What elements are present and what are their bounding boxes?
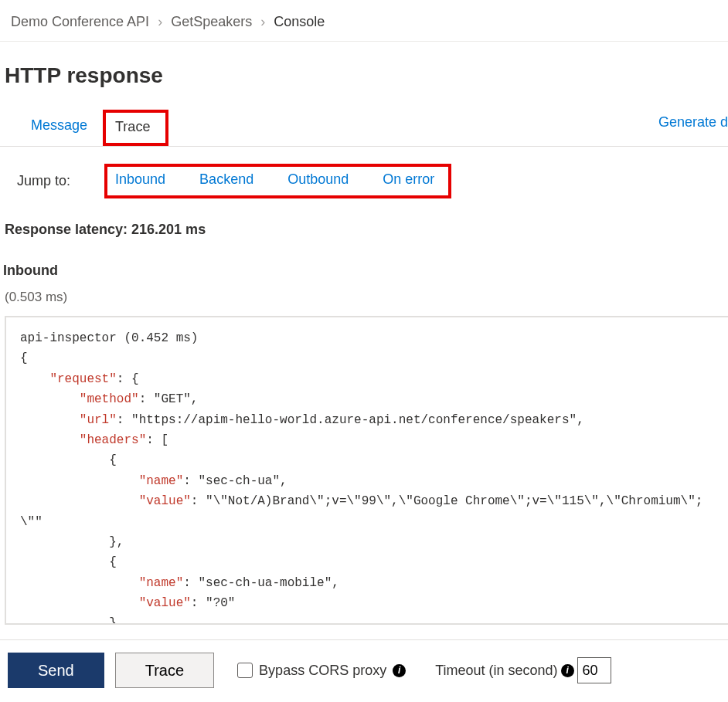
trace-button[interactable]: Trace	[115, 653, 214, 688]
timeout-option: Timeout (in second) i	[435, 657, 611, 683]
chevron-right-icon: ›	[260, 14, 265, 29]
code-header: api-inspector (0.452 ms)	[20, 331, 198, 345]
code-key: "value"	[139, 596, 191, 610]
code-val: : "\"Not/A)Brand\";v=\"99\",\"Google Chr…	[191, 494, 703, 508]
code-key: "request"	[49, 372, 116, 386]
page-title: HTTP response	[0, 42, 728, 96]
jumpto-onerror[interactable]: On error	[383, 171, 434, 188]
bypass-cors-checkbox[interactable]	[237, 663, 253, 678]
code-line: },	[20, 616, 124, 625]
jumpto-row: Jump to: Inbound Backend Outbound On err…	[0, 147, 728, 198]
section-inbound-title: Inbound	[0, 244, 728, 283]
send-button[interactable]: Send	[8, 653, 104, 688]
code-line: \""	[20, 515, 43, 529]
code-line: {	[20, 555, 117, 569]
code-line: },	[20, 535, 124, 549]
code-val: : "sec-ch-ua-mobile",	[183, 576, 339, 590]
generate-definition-link[interactable]: Generate d	[658, 114, 728, 141]
breadcrumb-item-console[interactable]: Console	[274, 14, 325, 29]
code-key: "url"	[80, 413, 117, 427]
section-inbound-time: (0.503 ms)	[0, 283, 728, 313]
bypass-cors-label: Bypass CORS proxy	[259, 663, 386, 679]
timeout-input[interactable]	[577, 657, 611, 683]
code-line: {	[20, 351, 28, 365]
code-line: : [	[146, 433, 168, 447]
code-val: : "https://apim-hello-world.azure-api.ne…	[117, 413, 584, 427]
response-latency: Response latency: 216.201 ms	[0, 198, 728, 244]
tabs-row: Message Trace Generate d	[0, 110, 728, 147]
code-key: "name"	[139, 474, 184, 488]
jumpto-label: Jump to:	[17, 173, 70, 189]
info-icon[interactable]: i	[561, 664, 574, 677]
code-key: "value"	[139, 494, 191, 508]
breadcrumb: Demo Conference API › GetSpeakers › Cons…	[0, 0, 728, 42]
code-val: : "GET",	[139, 392, 199, 406]
info-icon[interactable]: i	[393, 664, 406, 677]
tab-message[interactable]: Message	[20, 110, 103, 146]
code-line: {	[20, 453, 117, 467]
code-key: "method"	[80, 392, 139, 406]
jumpto-backend[interactable]: Backend	[199, 171, 253, 188]
trace-code-block: api-inspector (0.452 ms) { "request": { …	[5, 316, 728, 625]
code-key: "name"	[139, 576, 184, 590]
jumpto-inbound[interactable]: Inbound	[115, 171, 165, 188]
breadcrumb-item-operation[interactable]: GetSpeakers	[171, 14, 252, 29]
code-val: : "sec-ch-ua",	[183, 474, 287, 488]
timeout-label: Timeout (in second)	[435, 663, 557, 679]
chevron-right-icon: ›	[158, 14, 162, 29]
tab-trace[interactable]: Trace	[103, 110, 168, 146]
code-key: "headers"	[80, 433, 146, 447]
code-line: : {	[117, 372, 139, 386]
breadcrumb-item-api[interactable]: Demo Conference API	[11, 14, 149, 29]
footer-toolbar: Send Trace Bypass CORS proxy i Timeout (…	[0, 639, 728, 702]
bypass-cors-option: Bypass CORS proxy i	[237, 663, 406, 679]
jumpto-links: Inbound Backend Outbound On error	[104, 164, 451, 198]
code-val: : "?0"	[191, 596, 236, 610]
jumpto-outbound[interactable]: Outbound	[287, 171, 349, 188]
